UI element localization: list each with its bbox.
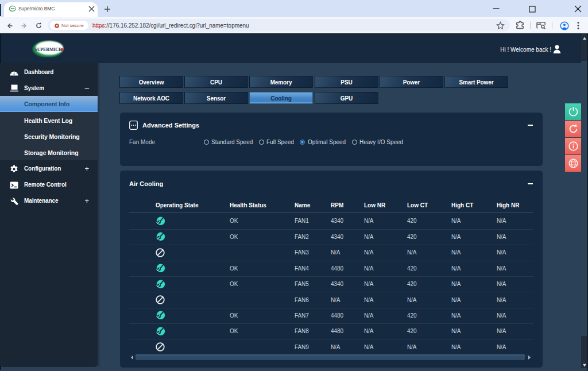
svg-text:SUPERMICR: SUPERMICR xyxy=(34,47,62,52)
